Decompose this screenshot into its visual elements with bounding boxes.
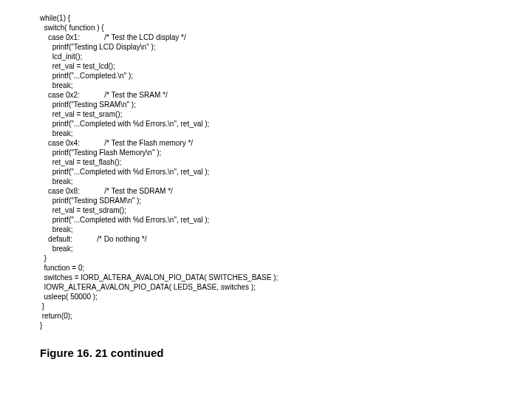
figure-caption: Figure 16. 21 continued: [40, 347, 532, 359]
code-listing: while(1) { switch( function ) { case 0x1…: [40, 13, 532, 330]
page: while(1) { switch( function ) { case 0x1…: [0, 0, 532, 359]
